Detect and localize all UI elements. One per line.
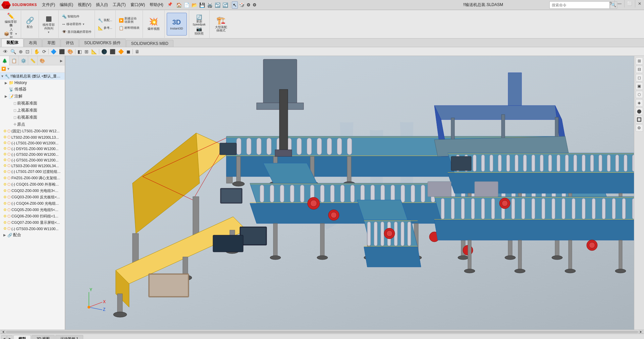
tree-root[interactable]: ▼ 🔧 !!输送机总装 (默认 <默认_显示状...	[0, 73, 65, 80]
tree-history[interactable]: ▶ 📁 History	[0, 80, 65, 86]
menu-view[interactable]: 视图(V)	[75, 1, 94, 8]
update-speedpak-btn[interactable]: 🔄 更新Speedpak	[191, 13, 208, 25]
vp-rt-btn-6[interactable]: ◈	[636, 99, 643, 107]
bottom-tab-motion[interactable]: 运动算例 1	[55, 335, 83, 339]
scroll-left[interactable]: ◀	[1, 330, 5, 334]
linear-array-btn[interactable]: ▦ 线性零部件阵列 ▼	[40, 12, 57, 36]
quick-undo[interactable]: ↩️	[214, 2, 221, 8]
quick-new[interactable]: 📄	[183, 2, 190, 8]
menu-file[interactable]: 文件(F)	[40, 1, 57, 8]
lp-tab-expand[interactable]: ▶	[58, 56, 65, 65]
display-manager-btn[interactable]: 🖥	[134, 48, 141, 55]
quick-redo[interactable]: ↪️	[222, 2, 229, 8]
tree-cgq01[interactable]: ⚙ ⬡ (-) CGQ01-Z00-000 外形检...	[0, 181, 65, 188]
quick-settings2[interactable]: ⚙	[252, 2, 257, 8]
minimize-btn[interactable]: —	[614, 0, 624, 7]
new-motion-btn[interactable]: ▶️ 新建运动动算例	[117, 17, 141, 24]
tree-lts02[interactable]: ⚙ ⬡ LTS02-Z00-000 W1200L13...	[0, 134, 65, 140]
tree-cgq06[interactable]: ⚙ ⬡ CGQ06-Z00-000 扫码组<1...	[0, 213, 65, 219]
vp-rt-btn-4[interactable]: ▣	[636, 82, 643, 90]
quick-3d[interactable]: 🎲	[238, 2, 245, 8]
edit-appearance-btn[interactable]: 🎨	[66, 48, 74, 55]
tree-right-plane[interactable]: ◻ 右视基准面	[0, 114, 65, 121]
instant3d-btn[interactable]: 3D Instant3D	[167, 13, 187, 36]
zoom-window-btn[interactable]: ⊕	[18, 48, 24, 55]
menu-pin[interactable]: 📌	[166, 1, 174, 8]
vp-rt-btn-2[interactable]: ⊟	[636, 66, 643, 73]
tab-sketch[interactable]: 草图	[42, 39, 60, 47]
rotate-btn[interactable]: ⟳	[41, 48, 47, 55]
view-selector-btn[interactable]: ⊞	[84, 48, 90, 55]
quick-print[interactable]: 🖨️	[206, 2, 213, 8]
3d-drawing-btn[interactable]: 📐	[90, 48, 98, 55]
tree-fhz01[interactable]: ⚙ ⬡ FHZ01-Z00-000 调心支架组...	[0, 175, 65, 181]
insert-component-btn[interactable]: 📦 插入零部件 ▼	[3, 30, 18, 38]
restore-btn[interactable]: ⬜	[624, 0, 635, 7]
tree-origin[interactable]: ✛ 原点	[0, 121, 65, 128]
tree-top-plane[interactable]: ◻ 上视基准面	[0, 107, 65, 114]
menu-window[interactable]: 窗口(W)	[128, 1, 147, 8]
tree-sensors[interactable]: 📡 传感器	[0, 86, 65, 93]
vp-rt-btn-8[interactable]: 🔲	[636, 116, 643, 123]
bottom-tab-model[interactable]: 模型	[13, 335, 31, 339]
vp-rt-btn-1[interactable]: ⊞	[636, 57, 643, 65]
close-btn[interactable]: ✕	[635, 0, 644, 7]
lp-tab-display[interactable]: 🎨	[38, 56, 47, 65]
ambient-occlusion-btn[interactable]: ⬛	[109, 48, 116, 55]
tree-cgq03[interactable]: ⚙ ⬡ CGQ03-Z00-000 反光板组<...	[0, 194, 65, 200]
scroll-right[interactable]: ▶	[639, 330, 643, 334]
bottom-tab-3dview[interactable]: 3D 视图	[32, 335, 55, 339]
tree-gts03[interactable]: ⚙ ⬡ (-) GTS03-Z00-000 W1100...	[0, 226, 65, 231]
quick-home[interactable]: 🏠	[175, 2, 182, 8]
lp-tab-cfgman[interactable]: ⚙️	[19, 56, 28, 65]
smart-buckle-btn[interactable]: 🔩 智能扣件	[60, 13, 93, 20]
quick-save[interactable]: 💾	[199, 2, 206, 8]
vp-rt-btn-7[interactable]: ⬤	[636, 108, 643, 115]
tree-cgq02[interactable]: ⚙ ⬡ CGQ02-Z00-000 光电组3<...	[0, 188, 65, 194]
bom-btn[interactable]: 📋 材料明细表	[117, 24, 141, 32]
quick-open[interactable]: 📂	[191, 2, 198, 8]
tree-mate[interactable]: ▶ 🔗 配合	[0, 231, 65, 239]
realview-btn[interactable]: 🔶	[117, 48, 125, 55]
explode-btn[interactable]: 💥 爆炸视图	[145, 13, 162, 35]
menu-help[interactable]: 帮助(H)	[147, 1, 166, 8]
scroll-bar[interactable]	[6, 331, 638, 333]
tree-lts01b[interactable]: ⚙ ⬡ (-) LTS01-Z00-000 W1200I...	[0, 140, 65, 146]
menu-tools[interactable]: 工具(T)	[110, 1, 128, 8]
quick-settings1[interactable]: ⚙	[246, 2, 251, 8]
tab-layout[interactable]: 布局	[24, 39, 42, 47]
lp-tab-featuretree[interactable]: 🌲	[0, 56, 9, 65]
hide-show-btn[interactable]: ⬛	[58, 48, 66, 55]
tree-cgq04[interactable]: ⚙ ⬡ (-) CGQ04-Z00-000 光电组...	[0, 200, 65, 207]
tree-gts01[interactable]: ⚙ ⬡ (-) GTS01-Z00-000 W1200...	[0, 157, 65, 163]
assemble-btn[interactable]: 🔧 装配...	[96, 17, 114, 24]
tree-front-plane[interactable]: ◻ 前视基准面	[0, 100, 65, 107]
bottom-tab-scroll-left[interactable]: ◀	[1, 335, 7, 339]
mate-btn[interactable]: 🔗 配合	[22, 15, 37, 33]
large-asm-btn[interactable]: 🏗️ 大型装配体模式	[212, 13, 230, 35]
tree-gts02[interactable]: ⚙ ⬡ (-) GTS02-Z00-000 W1200...	[0, 151, 65, 157]
menu-insert[interactable]: 插入(I)	[94, 1, 110, 8]
move-component-btn[interactable]: ↔️ 移动零部件 ▼	[60, 20, 93, 28]
view-previous-btn[interactable]: 🔍	[9, 48, 17, 55]
vp-rt-btn-5[interactable]: ⬡	[636, 91, 643, 98]
tab-assembly[interactable]: 装配体	[1, 39, 23, 47]
section-view-btn[interactable]: ◧	[76, 48, 83, 55]
menu-edit[interactable]: 编辑(E)	[57, 1, 75, 8]
tree-lts01-z07[interactable]: ⚙ ⬡ (-) LTS01-Z07-000 过渡轮组...	[0, 168, 65, 175]
display-style-btn[interactable]: 🔷	[50, 48, 57, 55]
tree-lts03[interactable]: ⚙ ⬡ LTS03-Z00-000 W1200L34...	[0, 163, 65, 168]
snapshot-btn[interactable]: 📷 拍快照	[191, 25, 208, 35]
tab-sw-mbd[interactable]: SOLIDWORKS MBD	[126, 40, 173, 47]
lp-tab-propman[interactable]: 📋	[9, 56, 19, 65]
vp-rt-btn-3[interactable]: ◻	[636, 74, 643, 81]
zoom-fit-btn[interactable]: ⊡	[24, 48, 31, 55]
show-hide-btn[interactable]: 👁️ 显示隐藏的零部件	[60, 28, 93, 36]
shadows-btn[interactable]: 🌑	[100, 48, 108, 55]
search-input[interactable]	[549, 1, 610, 9]
viewport[interactable]: 川	[65, 56, 644, 330]
perspective-btn[interactable]: ◼	[125, 48, 131, 55]
tree-cgq05[interactable]: ⚙ ⬡ CGQ05-Z00-000 光电组5<...	[0, 207, 65, 213]
pan-btn[interactable]: ✋	[33, 48, 41, 55]
vp-rt-btn-9[interactable]: ⚙	[636, 124, 643, 132]
